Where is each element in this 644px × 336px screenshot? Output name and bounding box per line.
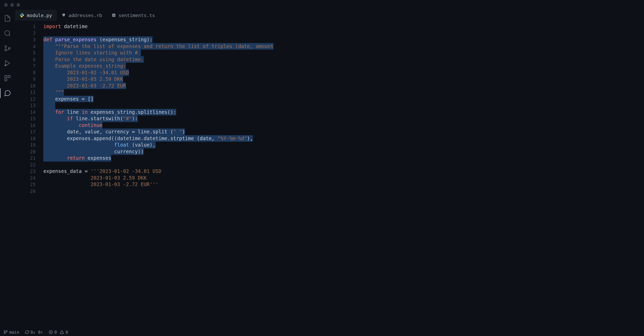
- problems-status[interactable]: 0 0: [49, 330, 68, 335]
- sync-status[interactable]: 0↓ 0↑: [25, 330, 43, 335]
- line-number: 12: [15, 96, 36, 102]
- tab-addresses-rb[interactable]: addresses.rb: [57, 10, 107, 21]
- code-line[interactable]: expenses.append((datetime.datetime.strpt…: [43, 135, 644, 142]
- line-number: 13: [15, 102, 36, 109]
- extensions-icon[interactable]: [4, 74, 11, 82]
- line-number: 22: [15, 162, 36, 168]
- line-number: 10: [15, 83, 36, 89]
- code-line[interactable]: [43, 102, 644, 109]
- line-number: 16: [15, 122, 36, 129]
- code-line[interactable]: Parse the date using datetime.: [43, 56, 644, 63]
- search-icon[interactable]: [4, 29, 11, 37]
- activity-bar: [0, 10, 15, 328]
- explorer-icon[interactable]: [4, 14, 11, 22]
- line-number: 23: [15, 168, 36, 175]
- tab-module-py[interactable]: module.py: [15, 10, 57, 21]
- line-number: 19: [15, 142, 36, 148]
- sync-count: 0↓ 0↑: [31, 330, 43, 335]
- code-line[interactable]: 2023-01-02 -34.01 USD: [43, 69, 644, 76]
- svg-point-14: [6, 331, 7, 332]
- line-number: 4: [15, 43, 36, 50]
- code-line[interactable]: [43, 30, 644, 37]
- code-line[interactable]: """: [43, 89, 644, 96]
- line-number-gutter: 1234567891011121314151617181920212223242…: [15, 23, 43, 328]
- code-line[interactable]: 2023-01-03 -2.72 EUR''': [43, 181, 644, 188]
- line-number: 5: [15, 50, 36, 56]
- line-number: 7: [15, 63, 36, 69]
- tab-bar: module.pyaddresses.rbTSsentiments.ts: [15, 10, 644, 21]
- source-control-icon[interactable]: [4, 44, 11, 52]
- branch-name: main: [9, 330, 19, 335]
- code-line[interactable]: for line in expenses_string.splitlines()…: [43, 109, 644, 116]
- traffic-light-zoom[interactable]: [17, 3, 20, 7]
- code-line[interactable]: 2023-01-03 2.59 DKK: [43, 76, 644, 83]
- tab-label: sentiments.ts: [119, 13, 155, 18]
- svg-rect-9: [5, 79, 7, 81]
- line-number: 18: [15, 135, 36, 142]
- line-number: 26: [15, 188, 36, 195]
- code-line[interactable]: 2023-01-03 -2.72 EUR: [43, 83, 644, 89]
- line-number: 9: [15, 76, 36, 83]
- code-line[interactable]: currency)): [43, 148, 644, 155]
- line-number: 20: [15, 148, 36, 155]
- tab-sentiments-ts[interactable]: TSsentiments.ts: [107, 10, 160, 21]
- code-line[interactable]: Ignore lines starting with #.: [43, 50, 644, 56]
- tab-label: module.py: [27, 13, 52, 18]
- code-line[interactable]: """Parse the list of expenses and return…: [43, 43, 644, 50]
- ts-file-icon: TS: [111, 13, 116, 18]
- code-line[interactable]: float (value),: [43, 142, 644, 148]
- code-line[interactable]: [43, 188, 644, 195]
- chat-icon[interactable]: [4, 89, 11, 97]
- code-line[interactable]: Example expenses_string:: [43, 63, 644, 69]
- warning-count: 0: [66, 330, 68, 335]
- python-file-icon: [20, 13, 24, 18]
- code-line[interactable]: expenses_data = '''2023-01-02 -34.01 USD: [43, 168, 644, 175]
- svg-rect-7: [5, 76, 7, 78]
- svg-rect-8: [8, 76, 10, 78]
- code-line[interactable]: def parse_expenses (expenses_string):: [43, 36, 644, 43]
- svg-line-1: [9, 35, 10, 36]
- line-number: 15: [15, 115, 36, 122]
- code-line[interactable]: 2023-01-03 2.59 DKK: [43, 175, 644, 181]
- error-count: 0: [54, 330, 57, 335]
- code-line[interactable]: return expenses: [43, 155, 644, 162]
- line-number: 14: [15, 109, 36, 116]
- line-number: 24: [15, 175, 36, 181]
- code-line[interactable]: import datetime: [43, 23, 644, 30]
- git-branch-status[interactable]: main: [4, 330, 19, 335]
- line-number: 17: [15, 129, 36, 135]
- run-debug-icon[interactable]: [4, 59, 11, 67]
- svg-point-0: [5, 31, 10, 36]
- line-number: 25: [15, 181, 36, 188]
- line-number: 11: [15, 89, 36, 96]
- line-number: 21: [15, 155, 36, 162]
- code-line[interactable]: [43, 162, 644, 168]
- code-content[interactable]: import datetime def parse_expenses (expe…: [43, 23, 644, 328]
- svg-point-2: [5, 46, 7, 47]
- code-line[interactable]: if line.startswith("#"):: [43, 115, 644, 122]
- line-number: 2: [15, 30, 36, 37]
- tab-label: addresses.rb: [69, 13, 102, 18]
- line-number: 1: [15, 23, 36, 30]
- svg-point-3: [5, 49, 7, 51]
- ruby-file-icon: [61, 13, 66, 18]
- line-number: 8: [15, 69, 36, 76]
- line-number: 6: [15, 56, 36, 63]
- line-number: 3: [15, 36, 36, 43]
- traffic-light-minimize[interactable]: [10, 3, 14, 7]
- code-line[interactable]: continue: [43, 122, 644, 129]
- traffic-light-close[interactable]: [4, 3, 8, 7]
- svg-text:TS: TS: [112, 14, 115, 16]
- code-line[interactable]: expenses = []: [43, 96, 644, 102]
- editor[interactable]: 1234567891011121314151617181920212223242…: [15, 21, 644, 328]
- titlebar: [0, 0, 644, 10]
- svg-point-12: [4, 331, 5, 332]
- statusbar: main 0↓ 0↑ 0 0: [0, 328, 644, 336]
- svg-point-13: [4, 333, 5, 334]
- code-line[interactable]: date, value, currency = line.split (" "): [43, 129, 644, 135]
